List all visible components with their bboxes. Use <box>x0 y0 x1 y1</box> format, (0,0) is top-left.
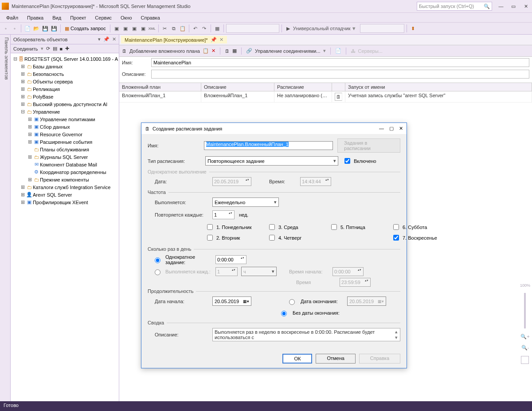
close-button[interactable]: ✕ <box>521 4 530 9</box>
dialog-close-button[interactable]: ✕ <box>399 126 403 131</box>
tree-item[interactable]: Прежние компоненты <box>40 177 89 182</box>
tree-item[interactable]: Объекты сервера <box>33 79 73 84</box>
tb-icon-4[interactable]: ▣ <box>139 24 147 32</box>
menu-window[interactable]: Окно <box>117 14 136 21</box>
zoom-out-icon[interactable]: 🔍- <box>521 345 529 351</box>
tree-item[interactable]: Компонент Database Mail <box>40 162 97 167</box>
delete-subplan-icon[interactable]: ✕ <box>211 48 215 54</box>
end-date-radio[interactable] <box>289 299 295 305</box>
menu-file[interactable]: Файл <box>3 14 22 21</box>
tree-item[interactable]: Профилировщик XEvent <box>33 200 88 205</box>
subplan-row[interactable]: ВложенныйПлан_1 ВложенныйПлан_1 Не запла… <box>119 91 532 103</box>
every-radio[interactable] <box>155 269 160 275</box>
tree-item[interactable]: Планы обслуживания <box>40 147 89 152</box>
start-date-picker[interactable]: 20.05.2019▦▾ <box>212 296 251 306</box>
tree-toggle[interactable]: ⊞ <box>27 154 33 160</box>
nav-fwd-icon[interactable]: ◦ <box>11 24 19 32</box>
day-mon-checkbox[interactable] <box>207 224 213 230</box>
undo-icon[interactable]: ↶ <box>192 24 200 32</box>
tree-toggle[interactable]: ⊞ <box>27 131 33 137</box>
tree-toggle[interactable]: ⊞ <box>20 63 26 69</box>
dialog-titlebar[interactable]: 🗓 Создание расписания задания — ▢ ✕ <box>141 123 407 134</box>
menu-help[interactable]: Справка <box>137 14 164 21</box>
tree-item[interactable]: Журналы SQL Server <box>40 154 88 160</box>
pin-icon[interactable]: 📌 <box>103 36 110 42</box>
search-icon[interactable]: 🔍 <box>484 4 490 9</box>
debug-selector[interactable] <box>360 24 404 33</box>
db-selector[interactable] <box>226 24 279 33</box>
new-icon[interactable]: 📄 <box>23 24 31 32</box>
tree-toggle[interactable]: ⊟ <box>20 109 26 115</box>
cut-icon[interactable]: ✂ <box>161 24 169 32</box>
day-tue-checkbox[interactable] <box>207 235 213 241</box>
tree-item[interactable]: Базы данных <box>33 64 63 69</box>
tree-item[interactable]: Сбор данных <box>40 124 70 130</box>
minimize-button[interactable]: — <box>497 4 505 9</box>
tree-toggle[interactable]: ⊞ <box>20 199 26 205</box>
enabled-checkbox[interactable] <box>344 158 350 164</box>
servers-icon[interactable]: 🖧 <box>351 48 356 54</box>
save-icon[interactable]: 💾 <box>41 24 49 32</box>
paste-icon[interactable]: 📋 <box>179 24 187 32</box>
tree-toggle[interactable]: ⊞ <box>20 101 26 107</box>
menu-service[interactable]: Сервис <box>91 14 115 21</box>
close-tab-icon[interactable]: ✕ <box>219 37 223 43</box>
tb-last-icon[interactable]: ⬍ <box>409 24 417 32</box>
reporting-icon[interactable]: 📄 <box>335 48 341 54</box>
stop-icon[interactable]: ■ <box>60 46 63 51</box>
tree-toggle[interactable]: ⊞ <box>20 184 26 190</box>
tree-item[interactable]: Агент SQL Server <box>33 192 72 198</box>
menu-edit[interactable]: Правка <box>23 14 47 21</box>
add-subplan-icon[interactable]: 🗓 <box>122 48 127 54</box>
tree-item[interactable]: Репликация <box>33 87 60 92</box>
plus-icon[interactable]: ✚ <box>65 46 69 51</box>
dropdown-icon[interactable]: ▾ <box>98 36 101 42</box>
quick-launch-input[interactable]: Быстрый запуск (Ctrl+Q) 🔍 <box>417 2 492 11</box>
grid-col-subplan[interactable]: Вложенный план <box>119 83 201 91</box>
nav-back-icon[interactable]: ◦ <box>2 24 10 32</box>
document-tab[interactable]: MaintenancePlan [Конструирование]* 📌 ✕ <box>121 36 227 43</box>
tb-icon-1[interactable]: ▣ <box>113 24 121 32</box>
subplan-props-icon[interactable]: 📋 <box>203 48 209 54</box>
tree-toggle[interactable]: ⊞ <box>27 124 33 130</box>
once-radio[interactable] <box>155 257 160 263</box>
calendar-icon[interactable]: 🗓 <box>225 48 230 54</box>
day-sat-checkbox[interactable] <box>393 224 399 230</box>
grid-col-schedule[interactable]: Расписание <box>274 83 332 91</box>
day-wed-checkbox[interactable] <box>269 224 275 230</box>
zoom-slider[interactable] <box>524 293 526 328</box>
tree-item[interactable]: Каталоги служб Integration Service <box>33 185 110 190</box>
plan-name-input[interactable] <box>151 58 529 67</box>
tree-item[interactable]: Resource Governor <box>40 132 82 137</box>
tree-item[interactable]: Расширенные события <box>40 139 92 145</box>
copy-icon[interactable]: ⧉ <box>170 24 178 32</box>
day-thu-checkbox[interactable] <box>269 235 275 241</box>
day-sun-checkbox[interactable] <box>393 235 399 241</box>
tree-toggle[interactable]: ⊞ <box>27 139 33 145</box>
tree-toggle[interactable]: ⊞ <box>20 79 26 84</box>
tree-toggle[interactable]: ⊞ <box>27 177 33 182</box>
connections-icon[interactable]: 🔗 <box>246 48 252 54</box>
save-all-icon[interactable]: 💾 <box>50 24 58 32</box>
sched-name-input[interactable]: MaintenancePlan.ВложенныйПлан_1 <box>204 141 333 150</box>
tree-item[interactable]: PolyBase <box>33 94 53 99</box>
tree-server[interactable]: RDS2TEST (SQL Server 14.0.1000.169 - A <box>24 56 118 62</box>
open-icon[interactable]: 📂 <box>32 24 40 32</box>
tree-toggle[interactable]: ⊞ <box>20 192 26 198</box>
tree-toggle[interactable]: ⊟ <box>12 56 18 62</box>
sched-type-combo[interactable]: Повторяющееся задание▾ <box>205 156 338 166</box>
once-time-picker[interactable]: 0:00:00▴▾ <box>215 255 246 264</box>
runs-combo[interactable]: Еженедельно▾ <box>212 198 279 207</box>
manage-connections-button[interactable]: Управление соединениями... <box>255 48 321 54</box>
ok-button[interactable]: ОК <box>282 354 312 364</box>
grid-col-desc[interactable]: Описание <box>201 83 274 91</box>
close-panel-icon[interactable]: ✕ <box>112 36 116 42</box>
tb-icon-3[interactable]: ▣ <box>130 24 138 32</box>
refresh-icon[interactable]: ⟳ <box>46 46 50 51</box>
tree-toggle[interactable]: ⊞ <box>27 116 33 122</box>
filter-icon[interactable]: ▤ <box>53 46 57 51</box>
repeat-every-input[interactable]: 1▴▾ <box>212 210 235 219</box>
debugger-icon[interactable]: ▶ <box>284 24 292 32</box>
tree-item[interactable]: Высокий уровень доступности Al <box>33 102 107 107</box>
tree-item[interactable]: Управление <box>33 109 60 115</box>
